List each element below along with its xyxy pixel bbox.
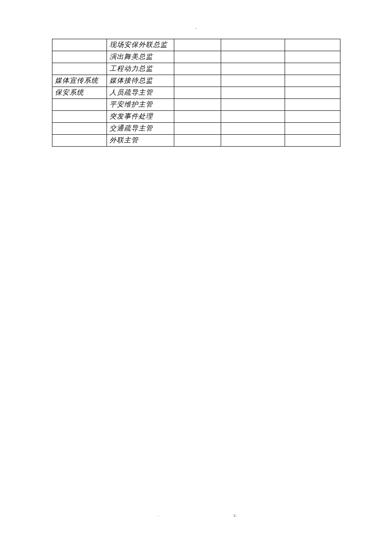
cell-role: 交通疏导主管	[107, 123, 174, 135]
cell-system	[52, 39, 107, 51]
cell-c5	[285, 111, 340, 123]
cell-c4	[221, 75, 285, 87]
cell-c3	[174, 99, 221, 111]
cell-system	[52, 123, 107, 135]
cell-role: 现场安保外联总监	[107, 39, 174, 51]
cell-c3	[174, 111, 221, 123]
cell-c5	[285, 63, 340, 75]
cell-c4	[221, 51, 285, 63]
cell-c3	[174, 75, 221, 87]
cell-c3	[174, 87, 221, 99]
cell-c4	[221, 87, 285, 99]
cell-c4	[221, 135, 285, 147]
cell-c5	[285, 87, 340, 99]
cell-role: 演出舞美总监	[107, 51, 174, 63]
cell-system: 保安系统	[52, 87, 107, 99]
table-row: 交通疏导主管	[52, 123, 340, 135]
cell-system	[52, 135, 107, 147]
cell-system: 媒体宣传系统	[52, 75, 107, 87]
page-container: - 现场安保外联总监 演出舞美总监	[0, 0, 392, 147]
cell-c4	[221, 111, 285, 123]
cell-c3	[174, 135, 221, 147]
cell-role: 突发事件处理	[107, 111, 174, 123]
cell-c5	[285, 99, 340, 111]
table-row: 工程动力总监	[52, 63, 340, 75]
table-row: 保安系统 人员疏导主管	[52, 87, 340, 99]
cell-c5	[285, 123, 340, 135]
cell-c5	[285, 51, 340, 63]
cell-system	[52, 99, 107, 111]
table-row: 媒体宣传系统 媒体接待总监	[52, 75, 340, 87]
cell-c4	[221, 63, 285, 75]
table-row: 突发事件处理	[52, 111, 340, 123]
table-row: 外联主管	[52, 135, 340, 147]
footer-right-mark: z.	[233, 512, 237, 517]
header-mark: -	[0, 26, 392, 30]
cell-system	[52, 51, 107, 63]
table-row: 现场安保外联总监	[52, 39, 340, 51]
table-row: 演出舞美总监	[52, 51, 340, 63]
cell-c5	[285, 135, 340, 147]
cell-role: 平安维护主管	[107, 99, 174, 111]
cell-c5	[285, 75, 340, 87]
cell-role: 外联主管	[107, 135, 174, 147]
cell-c3	[174, 63, 221, 75]
cell-c4	[221, 39, 285, 51]
cell-c4	[221, 123, 285, 135]
cell-role: 工程动力总监	[107, 63, 174, 75]
cell-c4	[221, 99, 285, 111]
cell-c3	[174, 39, 221, 51]
footer-left-mark: .	[158, 512, 159, 517]
cell-c3	[174, 123, 221, 135]
cell-system	[52, 63, 107, 75]
table-wrapper: 现场安保外联总监 演出舞美总监 工程动力总监	[52, 39, 340, 147]
cell-c5	[285, 39, 340, 51]
cell-role: 媒体接待总监	[107, 75, 174, 87]
cell-c3	[174, 51, 221, 63]
table-row: 平安维护主管	[52, 99, 340, 111]
cell-role: 人员疏导主管	[107, 87, 174, 99]
org-table: 现场安保外联总监 演出舞美总监 工程动力总监	[52, 39, 340, 147]
cell-system	[52, 111, 107, 123]
